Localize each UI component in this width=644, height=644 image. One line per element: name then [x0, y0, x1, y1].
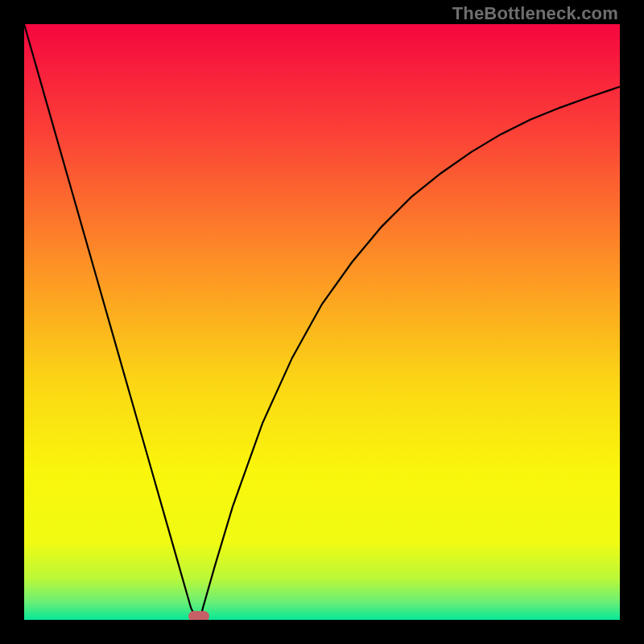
minimum-marker — [188, 611, 209, 620]
watermark-text: TheBottleneck.com — [452, 3, 618, 24]
bottleneck-chart — [24, 24, 620, 620]
bottleneck-curve — [24, 24, 620, 620]
